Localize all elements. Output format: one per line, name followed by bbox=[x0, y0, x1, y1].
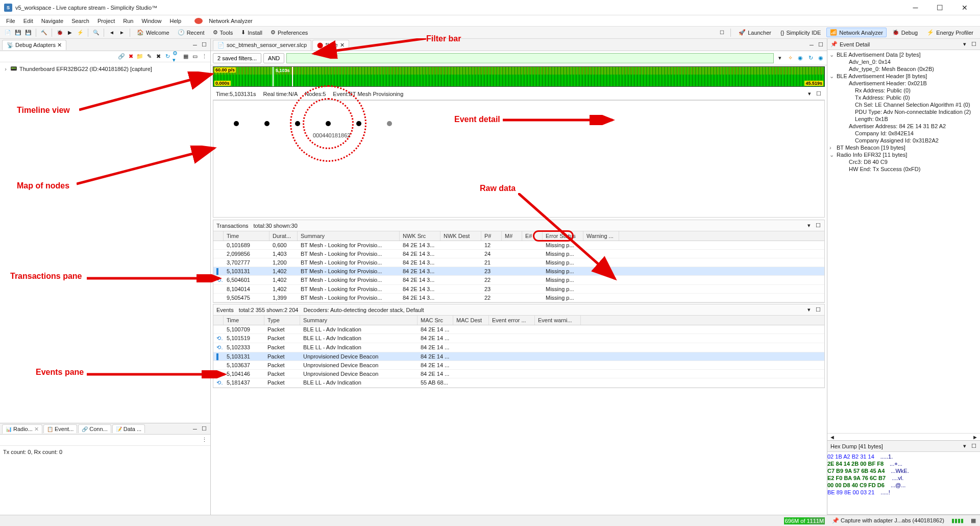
col-mac-dest[interactable]: MAC Dest bbox=[453, 316, 489, 325]
scroll-left-icon[interactable]: ◄ bbox=[829, 434, 835, 440]
debug-icon[interactable]: 🐞 bbox=[55, 28, 64, 37]
event-detail-item[interactable]: PDU Type: Adv Non-connectable Indication… bbox=[827, 108, 980, 115]
event-detail-item[interactable]: HW End: Tx Success (0xFD) bbox=[827, 165, 980, 173]
transaction-row[interactable]: 0,1016890,600BT Mesh - Looking for Provi… bbox=[213, 241, 824, 250]
toolbar-preferences[interactable]: ⚙ Preferences bbox=[267, 28, 311, 37]
menu-edit[interactable]: Edit bbox=[19, 17, 37, 25]
editor-tab-live[interactable]: ⬤ *Live ✕ bbox=[312, 40, 349, 50]
transaction-row[interactable]: 8,1040141,402BT Mesh - Looking for Provi… bbox=[213, 285, 824, 294]
network-analyzer-anchor[interactable]: Network Analyzer bbox=[190, 16, 261, 26]
pane-max-icon[interactable]: ☐ bbox=[815, 90, 823, 98]
col-type[interactable]: Type bbox=[264, 316, 300, 325]
new-icon[interactable]: 📄 bbox=[3, 28, 12, 37]
event-row[interactable]: ⟲5,102333PacketBLE LL - Adv Indication84… bbox=[213, 343, 824, 352]
menu-window[interactable]: Window bbox=[137, 17, 165, 25]
expand-icon[interactable]: › bbox=[3, 66, 8, 72]
transaction-row[interactable]: 9,5054751,399BT Mesh - Looking for Provi… bbox=[213, 294, 824, 302]
profile-icon[interactable]: ⚡ bbox=[76, 28, 85, 37]
disconnect-icon[interactable]: ✖ bbox=[127, 53, 135, 61]
perspective-launcher[interactable]: 🚀 Launcher bbox=[735, 28, 775, 37]
event-row[interactable]: ⟲5,181437PacketBLE LL - Adv Indication55… bbox=[213, 378, 824, 388]
col-summary[interactable]: Summary bbox=[300, 316, 418, 325]
toolbar-recent[interactable]: 🕐 Recent bbox=[174, 28, 208, 37]
status-details-icon[interactable]: ▦ bbox=[971, 517, 976, 524]
edit-icon[interactable]: ✎ bbox=[145, 53, 153, 61]
timeline-view[interactable]: 60.00 p/s 0.000s 5,103s 45.519s bbox=[213, 66, 825, 87]
perspective-energy-profiler[interactable]: ⚡ Energy Profiler bbox=[923, 28, 977, 37]
view-menu-icon[interactable]: ⋮ bbox=[200, 436, 208, 444]
tab-data-editor[interactable]: 📝 Data ... bbox=[112, 424, 145, 433]
event-detail-item[interactable]: Adv_len_0: 0x14 bbox=[827, 58, 980, 65]
event-detail-item[interactable]: Company Assigned Id: 0x31B2A2 bbox=[827, 137, 980, 144]
memory-meter[interactable]: 696M of 1111M bbox=[784, 517, 825, 524]
toolbar-welcome[interactable]: 🏠 Welcome bbox=[133, 28, 173, 37]
pane-menu-icon[interactable]: ▾ bbox=[961, 40, 969, 49]
perspective-network-analyzer[interactable]: 📶 Network Analyzer bbox=[826, 28, 887, 37]
pane-max-icon[interactable]: ☐ bbox=[970, 442, 978, 450]
event-detail-item[interactable]: Length: 0x1B bbox=[827, 115, 980, 123]
filter-apply-icon[interactable]: ✧ bbox=[786, 54, 794, 62]
col-enum[interactable]: E# bbox=[522, 231, 543, 241]
col-mac-src[interactable]: MAC Src bbox=[418, 316, 453, 325]
pane-menu-icon[interactable]: ▾ bbox=[805, 306, 813, 314]
unlink-icon[interactable]: 🔗 bbox=[117, 53, 126, 61]
collapse-icon[interactable]: ▭ bbox=[191, 53, 199, 61]
event-detail-item[interactable]: Ch Sel: LE Channel Selection Algorithm #… bbox=[827, 101, 980, 108]
col-mnum[interactable]: M# bbox=[502, 231, 522, 241]
event-detail-item[interactable]: Crc3: D8 40 C9 bbox=[827, 158, 980, 165]
save-all-icon[interactable]: 💾 bbox=[23, 28, 33, 37]
maximize-view-icon[interactable]: ☐ bbox=[200, 425, 208, 433]
maximize-view-icon[interactable]: ☐ bbox=[200, 41, 208, 49]
delete-icon[interactable]: ✖ bbox=[154, 53, 162, 61]
close-button[interactable]: ✕ bbox=[953, 1, 976, 15]
node-dot-inactive[interactable] bbox=[387, 121, 392, 126]
filter-operator-button[interactable]: AND bbox=[263, 53, 284, 63]
event-detail-item[interactable]: Rx Address: Public (0) bbox=[827, 87, 980, 94]
filter-refresh-icon[interactable]: ↻ bbox=[806, 54, 815, 62]
event-row[interactable]: ⟲5,101519PacketBLE LL - Adv Indication84… bbox=[213, 334, 824, 343]
menu-file[interactable]: File bbox=[2, 17, 19, 25]
menu-project[interactable]: Project bbox=[93, 17, 119, 25]
col-time[interactable]: Time bbox=[224, 231, 270, 241]
col-warning[interactable]: Warning ... bbox=[583, 231, 619, 241]
col-nwk-src[interactable]: NWK Src bbox=[400, 231, 440, 241]
refresh-icon[interactable]: ↻ bbox=[163, 53, 172, 61]
node-map[interactable]: 000440181862 bbox=[213, 100, 825, 218]
col-error-status[interactable]: Error Status bbox=[543, 231, 583, 241]
debug-adapters-tab[interactable]: 📡 Debug Adapters ✕ bbox=[2, 40, 66, 50]
filter-next-icon[interactable]: ◉ bbox=[817, 54, 825, 62]
pin-icon[interactable]: 📌 bbox=[830, 41, 838, 47]
event-detail-item[interactable]: ⌄BLE Advertisement Header [8 bytes] bbox=[827, 73, 980, 80]
editor-tab-slcp[interactable]: 📄 soc_btmesh_sensor_server.slcp bbox=[213, 40, 311, 50]
tab-connections[interactable]: 🔗 Conn... bbox=[78, 424, 111, 433]
node-dot[interactable] bbox=[234, 121, 239, 126]
col-event-warning[interactable]: Event warni... bbox=[535, 316, 581, 325]
build-icon[interactable]: 🔨 bbox=[39, 28, 48, 37]
maximize-button[interactable]: ☐ bbox=[928, 1, 951, 15]
gear-icon[interactable]: ⚙ ▾ bbox=[173, 53, 181, 61]
event-row[interactable]: ▌5,103131PacketUnprovisioned Device Beac… bbox=[213, 352, 824, 361]
save-icon[interactable]: 💾 bbox=[13, 28, 22, 37]
menu-navigate[interactable]: Navigate bbox=[37, 17, 67, 25]
tab-event-log[interactable]: 📋 Event... bbox=[43, 424, 77, 433]
pane-menu-icon[interactable]: ▾ bbox=[805, 90, 814, 98]
adapter-tree-node[interactable]: › 📟 Thunderboard EFR32BG22 (ID:440181862… bbox=[3, 64, 207, 73]
filter-input[interactable] bbox=[286, 53, 774, 63]
transaction-row[interactable]: 2,0998561,403BT Mesh - Looking for Provi… bbox=[213, 250, 824, 258]
filter-prev-icon[interactable]: ◉ bbox=[796, 54, 804, 62]
col-pnum[interactable]: P# bbox=[481, 231, 502, 241]
pane-max-icon[interactable]: ☐ bbox=[814, 222, 822, 230]
event-detail-item[interactable]: Advertiser Address: 84 2E 14 31 B2 A2 bbox=[827, 123, 980, 130]
event-detail-item[interactable]: ⌄BLE Advertisement Data [2 bytes] bbox=[827, 51, 980, 58]
event-detail-item[interactable]: ⌄Radio Info EFR32 [11 bytes] bbox=[827, 151, 980, 158]
event-detail-item[interactable]: Advertisement Header: 0x021B bbox=[827, 80, 980, 87]
menu-help[interactable]: Help bbox=[166, 17, 186, 25]
menu-run[interactable]: Run bbox=[119, 17, 137, 25]
col-nwk-dest[interactable]: NWK Dest bbox=[440, 231, 481, 241]
minimize-view-icon[interactable]: ─ bbox=[191, 425, 199, 433]
perspective-simplicity-ide[interactable]: {} Simplicity IDE bbox=[777, 28, 824, 37]
scroll-right-icon[interactable]: ► bbox=[972, 434, 978, 440]
forward-icon[interactable]: ► bbox=[117, 28, 127, 37]
grid-icon[interactable]: ▦ bbox=[182, 53, 190, 61]
pane-menu-icon[interactable]: ▾ bbox=[961, 442, 969, 450]
